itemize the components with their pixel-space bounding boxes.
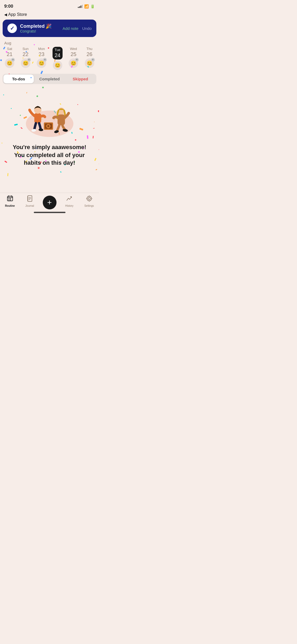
tab-bar: Routine Journal + History — [0, 193, 99, 215]
add-button[interactable]: + — [43, 196, 56, 209]
tab-skipped[interactable]: Skipped — [65, 75, 96, 83]
banner-title: Completed 🎉 — [20, 23, 51, 29]
back-label: App Store — [8, 12, 27, 17]
completion-banner: ✓ Completed 🎉 Congrats! Add note Undo — [3, 20, 96, 37]
banner-actions: Add note Undo — [63, 26, 92, 31]
day-avatar: 😊+ — [69, 58, 78, 68]
confetti-piece — [60, 171, 62, 173]
banner-subtitle: Congrats! — [20, 29, 51, 33]
tabs-container: To-dosCompletedSkipped — [3, 74, 96, 84]
calendar-day-23[interactable]: Mon23😊+ — [35, 47, 48, 70]
tab-bar-item-settings[interactable]: Settings — [79, 195, 99, 207]
svg-rect-21 — [10, 198, 11, 199]
history-label: History — [65, 204, 73, 207]
checkmark-icon: ✓ — [10, 25, 15, 31]
svg-rect-22 — [8, 200, 10, 200]
journal-icon — [26, 195, 33, 204]
calendar-day-21[interactable]: Sat21😊+ — [3, 47, 16, 70]
tab-bar-item-journal[interactable]: Journal — [20, 195, 40, 207]
svg-rect-8 — [34, 113, 41, 123]
status-bar: 9:00 📶 🔋 — [0, 0, 99, 12]
calendar-strip: Sat21😊+Sun22😊+Mon23😊+Tue24😊Wed25😊+Thu26😊… — [0, 46, 99, 72]
plus-icon: + — [47, 199, 52, 206]
calendar-day-26[interactable]: Thu26😊+ — [83, 47, 96, 70]
banner-emoji: 🎉 — [46, 24, 51, 29]
wifi-icon: 📶 — [84, 4, 89, 8]
tab-bar-item-history[interactable]: History — [59, 195, 79, 207]
celebration-illustration: ♪ ♫ ♪ — [15, 92, 84, 140]
month-label: Aug — [0, 39, 99, 46]
day-avatar: 😊+ — [37, 58, 46, 68]
calendar-day-22[interactable]: Sun22😊+ — [19, 47, 32, 70]
add-note-button[interactable]: Add note — [63, 26, 78, 31]
status-icons: 📶 🔋 — [78, 4, 95, 8]
settings-icon — [86, 195, 93, 204]
calendar-day-24[interactable]: Tue24😊 — [51, 47, 64, 70]
settings-label: Settings — [84, 204, 94, 207]
check-circle: ✓ — [7, 24, 17, 33]
calendar-day-25[interactable]: Wed25😊+ — [67, 47, 80, 70]
banner-left: ✓ Completed 🎉 Congrats! — [7, 23, 51, 33]
back-arrow-icon: ◀ — [4, 12, 7, 17]
add-tab[interactable]: + — [40, 195, 59, 209]
confetti-piece — [7, 173, 8, 176]
banner-text: Completed 🎉 Congrats! — [20, 23, 51, 33]
tab-todos[interactable]: To-dos — [3, 75, 34, 83]
history-icon — [66, 195, 73, 204]
routine-label: Routine — [5, 204, 15, 207]
svg-rect-12 — [58, 114, 65, 125]
tab-completed[interactable]: Completed — [34, 75, 65, 83]
svg-rect-23 — [10, 200, 11, 200]
back-nav[interactable]: ◀ App Store — [0, 12, 99, 18]
undo-button[interactable]: Undo — [82, 26, 92, 31]
day-avatar: 😊+ — [85, 58, 94, 68]
journal-label: Journal — [25, 204, 34, 207]
celebration-area: ♪ ♫ ♪ — [0, 87, 99, 169]
svg-point-4 — [47, 125, 49, 127]
day-avatar: 😊+ — [21, 58, 30, 68]
routine-icon — [7, 195, 13, 204]
tab-bar-item-routine[interactable]: Routine — [0, 195, 20, 207]
svg-rect-20 — [8, 198, 10, 199]
signal-icon — [78, 5, 83, 8]
status-time: 9:00 — [4, 4, 13, 9]
day-avatar: 😊 — [53, 61, 62, 70]
svg-point-29 — [88, 197, 90, 200]
celebration-message: You're simply aaawesome! You completed a… — [5, 143, 94, 167]
home-indicator — [34, 212, 65, 213]
day-avatar: 😊+ — [5, 58, 14, 68]
svg-rect-25 — [27, 196, 28, 201]
battery-icon: 🔋 — [90, 4, 95, 8]
